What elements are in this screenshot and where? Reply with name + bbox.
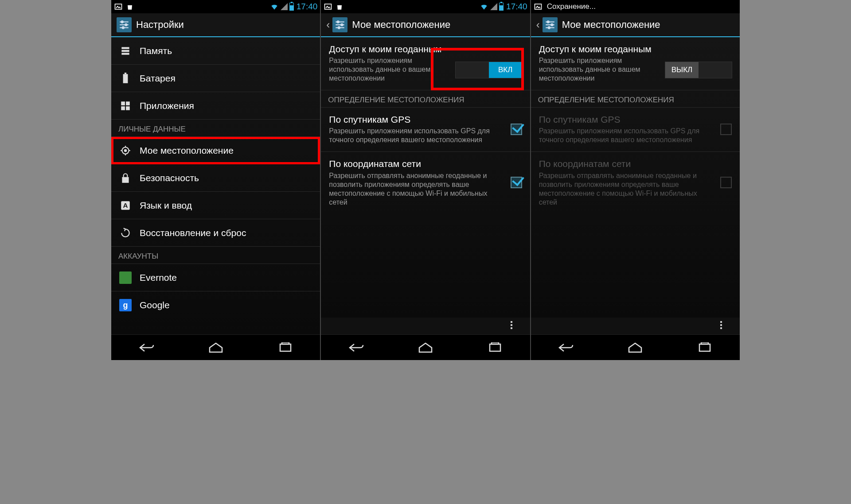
location-access-row: Доступ к моим геоданным Разрешить прилож… [321, 37, 530, 90]
phone-location-on: 17:40 ‹ Мое местоположение Доступ к моим… [321, 0, 531, 360]
network-row[interactable]: По координатам сети Разрешить отправлять… [321, 152, 530, 213]
label: Evernote [140, 272, 177, 283]
gps-title: По спутникам GPS [329, 114, 505, 125]
svg-point-40 [547, 21, 549, 23]
action-bar[interactable]: ‹ Мое местоположение [531, 13, 740, 37]
wifi-icon [480, 2, 488, 11]
network-checkbox[interactable] [511, 177, 522, 188]
storage-icon [119, 45, 132, 57]
gps-row[interactable]: По спутникам GPS Разрешить приложениям и… [321, 108, 530, 152]
svg-rect-12 [121, 101, 125, 105]
svg-point-41 [551, 24, 553, 26]
svg-point-4 [121, 21, 123, 23]
access-title: Доступ к моим геоданным [539, 43, 660, 54]
nav-recent[interactable] [265, 340, 305, 356]
page-title: Мое местоположение [562, 19, 660, 31]
photo-icon [324, 2, 332, 11]
svg-rect-25 [280, 344, 291, 351]
settings-icon [332, 17, 347, 32]
gps-sub: Разрешить приложениям использовать GPS д… [329, 127, 505, 144]
label: Батарея [140, 73, 176, 84]
action-bar: Настройки [111, 13, 320, 37]
signal-icon [281, 3, 288, 10]
nav-bar [111, 334, 320, 360]
svg-point-31 [337, 21, 339, 23]
svg-rect-7 [121, 47, 129, 49]
settings-item-apps[interactable]: Приложения [111, 92, 320, 120]
location-settings: Доступ к моим геоданным Разрешить прилож… [321, 37, 530, 318]
nav-back[interactable] [546, 340, 586, 356]
photo-icon [114, 2, 123, 11]
bag-icon [125, 2, 134, 11]
access-sub: Разрешить приложениям использовать данны… [329, 56, 450, 83]
apps-icon [119, 100, 132, 112]
battery-icon [499, 3, 504, 11]
settings-icon [543, 17, 558, 32]
nav-back[interactable] [126, 340, 166, 356]
svg-rect-26 [282, 342, 289, 344]
toggle-on-label: ВКЛ [489, 62, 522, 78]
location-access-toggle[interactable]: ВЫКЛ [665, 62, 732, 78]
svg-rect-15 [126, 106, 130, 110]
section-header: ОПРЕДЕЛЕНИЕ МЕСТОПОЛОЖЕНИЯ [321, 90, 530, 108]
evernote-icon [119, 271, 132, 284]
svg-rect-13 [126, 101, 130, 105]
back-chevron-icon[interactable]: ‹ [536, 19, 540, 31]
nav-recent[interactable] [685, 340, 725, 356]
page-title: Настройки [136, 19, 184, 31]
settings-item-battery[interactable]: Батарея [111, 65, 320, 92]
section-header: ОПРЕДЕЛЕНИЕ МЕСТОПОЛОЖЕНИЯ [531, 90, 740, 108]
gps-checkbox[interactable] [511, 124, 522, 135]
svg-rect-34 [490, 344, 500, 351]
net-title: По координатам сети [329, 158, 505, 169]
nav-back[interactable] [336, 340, 376, 356]
gps-row: По спутникам GPS Разрешить приложениям и… [531, 108, 740, 152]
phone-settings: 17:40 Настройки Память Батарея Приложени… [111, 0, 321, 360]
account-evernote[interactable]: Evernote [111, 264, 320, 291]
network-row: По координатам сети Разрешить отправлять… [531, 152, 740, 213]
svg-rect-14 [121, 106, 125, 110]
saving-text: Сохранение... [547, 2, 596, 11]
svg-point-17 [125, 149, 126, 151]
settings-item-backup[interactable]: Восстановление и сброс [111, 219, 320, 247]
gps-title: По спутникам GPS [539, 114, 715, 125]
settings-icon [117, 17, 132, 32]
restore-icon [119, 227, 132, 239]
label: Язык и ввод [140, 200, 192, 211]
account-google[interactable]: g Google [111, 291, 320, 319]
nav-home[interactable] [406, 340, 445, 356]
action-bar[interactable]: ‹ Мое местоположение [321, 13, 530, 37]
svg-rect-44 [701, 342, 708, 344]
photo-icon [534, 2, 543, 11]
location-icon [119, 144, 132, 157]
settings-item-location[interactable]: Мое местоположение [111, 137, 320, 164]
overflow-menu-icon[interactable] [720, 321, 722, 329]
nav-recent[interactable] [475, 340, 515, 356]
category-accounts: АККАУНТЫ [111, 247, 320, 264]
network-checkbox [720, 177, 732, 188]
settings-item-security[interactable]: Безопасность [111, 164, 320, 192]
svg-rect-9 [121, 53, 129, 54]
back-chevron-icon[interactable]: ‹ [326, 19, 330, 31]
settings-item-language[interactable]: A Язык и ввод [111, 192, 320, 219]
nav-home[interactable] [196, 340, 236, 356]
svg-rect-10 [123, 74, 128, 83]
label: Мое местоположение [140, 145, 234, 156]
svg-point-6 [122, 27, 124, 28]
label: Приложения [140, 101, 194, 111]
settings-item-storage[interactable]: Память [111, 37, 320, 65]
clock: 17:40 [506, 2, 527, 12]
svg-rect-36 [535, 4, 541, 9]
category-personal: ЛИЧНЫЕ ДАННЫЕ [111, 120, 320, 137]
settings-list[interactable]: Память Батарея Приложения ЛИЧНЫЕ ДАННЫЕ … [111, 37, 320, 334]
overflow-menu-icon[interactable] [511, 321, 512, 329]
svg-point-33 [338, 27, 340, 28]
nav-home[interactable] [615, 340, 655, 356]
svg-point-32 [341, 24, 343, 26]
location-access-toggle[interactable]: ВКЛ [456, 62, 522, 78]
google-icon: g [119, 299, 132, 311]
net-sub: Разрешить отправлять анонимные геоданные… [539, 171, 715, 207]
signal-icon [490, 3, 497, 10]
svg-rect-43 [699, 344, 710, 351]
page-title: Мое местоположение [352, 19, 450, 31]
